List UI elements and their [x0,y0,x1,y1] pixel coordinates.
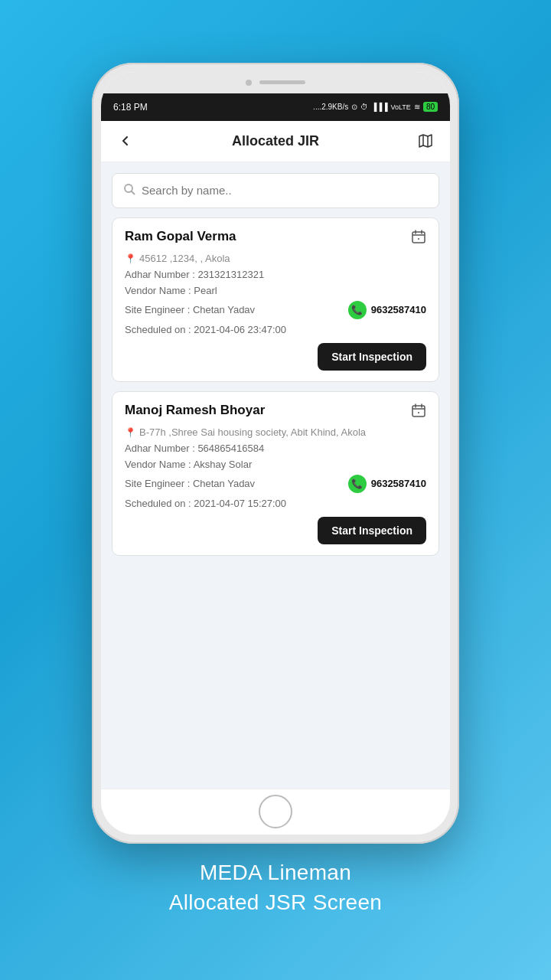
card-2-header: Manoj Ramesh Bhoyar [125,403,426,422]
svg-point-11 [418,412,419,413]
card-2-engineer: Site Engineer : Chetan Yadav [125,478,255,489]
card-2-name: Manoj Ramesh Bhoyar [125,403,265,418]
app-bar-title: Allocated JIR [232,133,319,149]
status-bar: 6:18 PM ....2.9KB/s ⊙ ⏱ ▐▐▐ VoLTE ≋ 80 [101,93,450,121]
app-bar: Allocated JIR [101,121,450,162]
card-2-start-button[interactable]: Start Inspection [318,517,426,544]
pin-icon-1: 📍 [125,253,136,264]
card-1-address-text: 45612 ,1234, , Akola [139,253,230,264]
camera-dot [246,80,252,86]
svg-rect-2 [412,232,425,243]
card-2-calendar-icon[interactable] [411,403,426,422]
card-2-phone-number: 9632587410 [371,478,426,489]
card-2-adhar-label: Adhar Number : [125,443,195,454]
back-button[interactable] [113,129,138,153]
card-1: Ram Gopal Verma 📍 45612 ,1234, , Akola [112,217,439,382]
caption: MEDA Lineman Allocated JSR Screen [169,858,382,917]
card-1-engineer: Site Engineer : Chetan Yadav [125,304,255,315]
card-1-scheduled: Scheduled on : 2021-04-06 23:47:00 [125,324,426,335]
bottom-bar [101,789,450,835]
clock-icon: ⏱ [360,103,368,111]
wifi-icon: ≋ [414,103,420,111]
card-2-address-text: B-77h ,Shree Sai housing society, Abit K… [139,426,366,438]
card-2-adhar: Adhar Number : 564865416584 [125,443,426,454]
card-1-adhar-label: Adhar Number : [125,269,195,280]
battery-icon: 80 [423,102,438,112]
home-button[interactable] [259,795,292,828]
card-1-scheduled-label: Scheduled on : [125,324,191,335]
card-2-vendor: Vendor Name : Akshay Solar [125,459,426,470]
card-2-adhar-value: 564865416584 [197,443,264,454]
svg-rect-7 [412,406,425,416]
card-1-address: 📍 45612 ,1234, , Akola [125,253,426,264]
card-2-phone[interactable]: 📞 9632587410 [348,475,426,493]
card-1-engineer-row: Site Engineer : Chetan Yadav 📞 963258741… [125,301,426,319]
card-1-vendor-value: Pearl [194,285,217,296]
content-area: Ram Gopal Verma 📍 45612 ,1234, , Akola [101,162,450,789]
speaker [259,80,305,84]
card-1-start-button[interactable]: Start Inspection [318,343,426,371]
card-1-header: Ram Gopal Verma [125,229,426,248]
pin-icon-2: 📍 [125,427,136,438]
card-1-engineer-label: Site Engineer : [125,304,190,315]
circle-icon: ⊙ [351,103,357,111]
search-bar[interactable] [112,173,439,208]
card-1-adhar: Adhar Number : 231321312321 [125,269,426,280]
signal-bars: ▐▐▐ [371,103,387,111]
card-1-vendor-label: Vendor Name : [125,285,191,296]
map-button[interactable] [413,129,438,153]
card-1-calendar-icon[interactable] [411,229,426,248]
card-1-adhar-value: 231321312321 [197,269,264,280]
search-input[interactable] [142,184,428,197]
card-2-engineer-row: Site Engineer : Chetan Yadav 📞 963258741… [125,475,426,493]
card-1-phone-number: 9632587410 [371,304,426,315]
status-time: 6:18 PM [113,102,148,113]
phone-green-icon-1: 📞 [348,301,367,319]
card-2-scheduled: Scheduled on : 2021-04-07 15:27:00 [125,498,426,509]
card-1-engineer-value: Chetan Yadav [193,304,255,315]
caption-line2: Allocated JSR Screen [169,887,382,917]
status-icons: ....2.9KB/s ⊙ ⏱ ▐▐▐ VoLTE ≋ 80 [313,102,438,112]
search-icon [123,183,135,198]
card-2-engineer-value: Chetan Yadav [193,478,255,489]
card-2-engineer-label: Site Engineer : [125,478,190,489]
phone-inner: 6:18 PM ....2.9KB/s ⊙ ⏱ ▐▐▐ VoLTE ≋ 80 A… [101,72,450,835]
card-2-vendor-label: Vendor Name : [125,459,191,470]
svg-line-1 [132,191,135,194]
phone-frame: 6:18 PM ....2.9KB/s ⊙ ⏱ ▐▐▐ VoLTE ≋ 80 A… [92,63,459,844]
card-2-vendor-value: Akshay Solar [194,459,253,470]
card-1-name: Ram Gopal Verma [125,229,236,244]
signal-text: ....2.9KB/s [313,103,348,111]
card-2-scheduled-value: 2021-04-07 15:27:00 [194,498,286,509]
caption-line1: MEDA Lineman [169,858,382,887]
card-1-phone[interactable]: 📞 9632587410 [348,301,426,319]
card-2-scheduled-label: Scheduled on : [125,498,191,509]
card-1-vendor: Vendor Name : Pearl [125,285,426,296]
lte-icon: VoLTE [391,103,411,111]
card-2: Manoj Ramesh Bhoyar 📍 B-77h ,Shree Sai [112,391,439,556]
card-2-address: 📍 B-77h ,Shree Sai housing society, Abit… [125,426,426,438]
svg-point-6 [418,238,419,240]
card-1-scheduled-value: 2021-04-06 23:47:00 [194,324,286,335]
phone-green-icon-2: 📞 [348,475,367,493]
phone-top-bar [101,72,450,93]
